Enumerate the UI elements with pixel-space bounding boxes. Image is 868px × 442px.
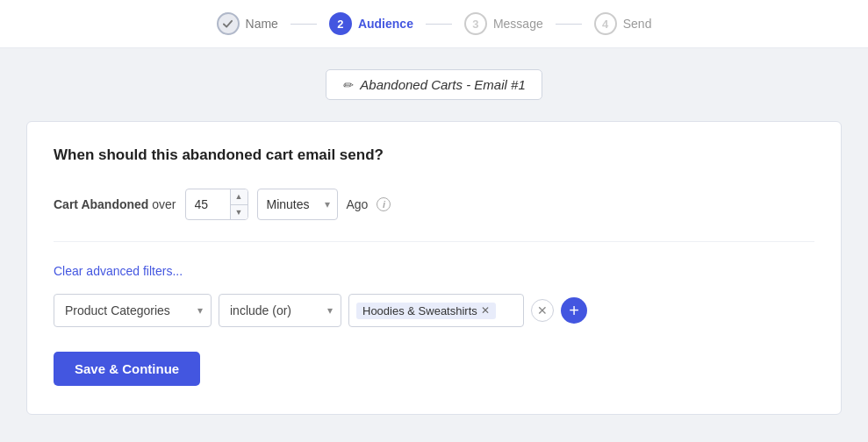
email-title-badge: ✏ Abandoned Carts - Email #1 [26, 69, 842, 100]
tag-label: Hoodies & Sweatshirts [362, 304, 477, 317]
add-filter-icon: + [569, 302, 579, 319]
step-divider-2 [426, 24, 452, 25]
edit-icon: ✏ [342, 78, 353, 92]
spinner-down[interactable]: ▼ [231, 205, 247, 220]
timing-card: When should this abandoned cart email se… [26, 121, 842, 415]
card-title: When should this abandoned cart email se… [54, 146, 814, 164]
tag-hoodies: Hoodies & Sweatshirts ✕ [356, 303, 496, 319]
category-select-wrap: Product Categories Product Name Product … [54, 294, 212, 327]
operator-select[interactable]: include (or) exclude include (and) [219, 294, 341, 327]
time-unit-select-wrap: Minutes Hours Days [257, 189, 338, 220]
save-continue-button[interactable]: Save & Continue [54, 352, 200, 386]
over-label: over [152, 197, 176, 211]
tag-input-wrap: Hoodies & Sweatshirts ✕ [348, 294, 524, 327]
page-body: ✏ Abandoned Carts - Email #1 When should… [0, 48, 868, 436]
step-audience-circle: 2 [329, 12, 352, 35]
email-badge-inner: ✏ Abandoned Carts - Email #1 [326, 69, 542, 100]
step-send-label: Send [623, 17, 652, 31]
step-send[interactable]: 4 Send [594, 12, 652, 35]
info-icon: i [377, 197, 391, 211]
cart-abandoned-label: Cart Abandoned over [54, 197, 176, 211]
step-name-label: Name [246, 17, 278, 31]
remove-filter-button[interactable]: ✕ [531, 299, 554, 322]
step-divider-1 [291, 24, 317, 25]
step-name-circle [217, 12, 240, 35]
stepper: Name 2 Audience 3 Message 4 Send [0, 0, 868, 48]
step-message-label: Message [493, 17, 543, 31]
step-audience-label: Audience [358, 17, 413, 31]
add-filter-button[interactable]: + [561, 297, 587, 324]
step-message[interactable]: 3 Message [464, 12, 543, 35]
remove-filter-icon: ✕ [537, 303, 548, 317]
step-divider-3 [556, 24, 582, 25]
step-message-circle: 3 [464, 12, 487, 35]
clear-filters-link[interactable]: Clear advanced filters... [54, 264, 183, 278]
time-unit-select[interactable]: Minutes Hours Days [257, 189, 338, 220]
category-select[interactable]: Product Categories Product Name Product … [54, 294, 212, 327]
spinner-up[interactable]: ▲ [231, 189, 247, 205]
time-value-wrap: ▲ ▼ [185, 189, 248, 220]
tag-remove-icon[interactable]: ✕ [481, 305, 490, 316]
operator-select-wrap: include (or) exclude include (and) [219, 294, 341, 327]
step-send-circle: 4 [594, 12, 617, 35]
ago-label: Ago [347, 197, 369, 211]
filter-row: Product Categories Product Name Product … [54, 294, 814, 327]
spinner-buttons: ▲ ▼ [230, 189, 247, 219]
step-name: Name [217, 12, 278, 35]
cart-abandoned-row: Cart Abandoned over ▲ ▼ Minutes Hours Da… [54, 189, 814, 242]
email-badge-label: Abandoned Carts - Email #1 [360, 77, 525, 92]
step-audience[interactable]: 2 Audience [329, 12, 413, 35]
